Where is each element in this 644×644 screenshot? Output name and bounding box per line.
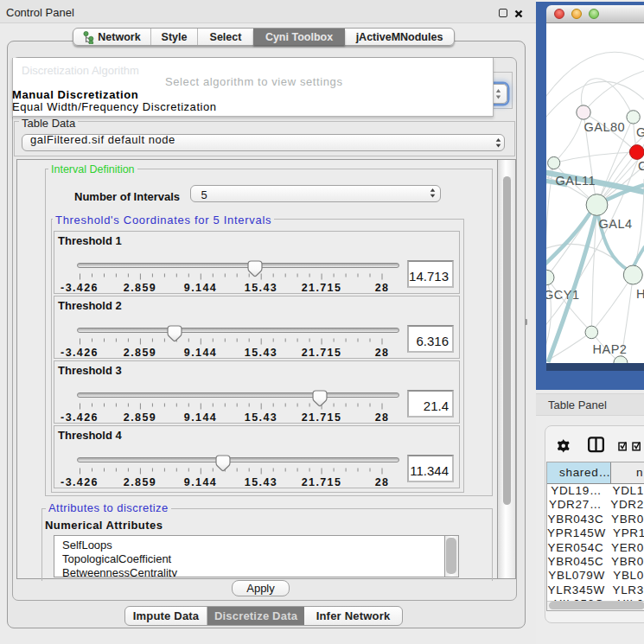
svg-text:GAL80: GAL80: [584, 120, 626, 134]
svg-text:H: H: [636, 287, 644, 301]
svg-text:CD: CD: [638, 159, 644, 173]
svg-text:GCY1: GCY1: [546, 288, 580, 302]
svg-text:GAL4: GAL4: [599, 217, 633, 231]
svg-text:GAL11: GAL11: [556, 174, 596, 188]
svg-text:HAP2: HAP2: [593, 342, 628, 356]
svg-text:GA: GA: [636, 125, 644, 139]
